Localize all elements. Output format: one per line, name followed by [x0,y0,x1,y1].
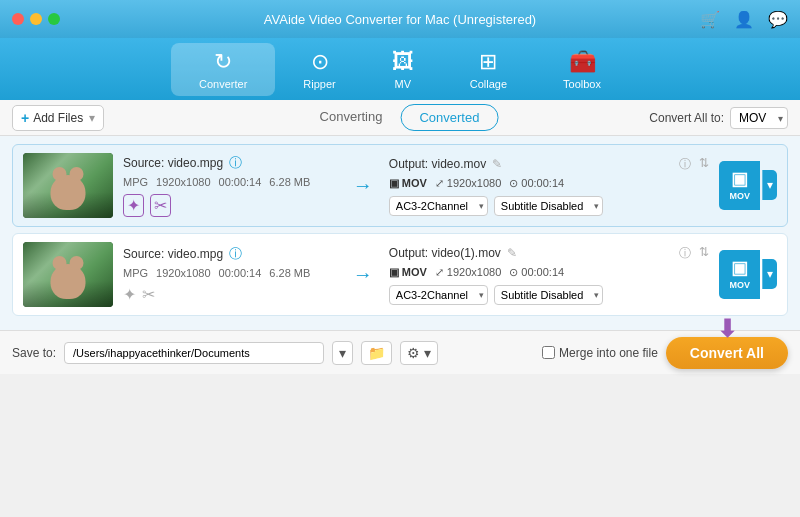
converter-icon: ↻ [214,49,232,75]
nav-mv[interactable]: 🖼 MV [364,43,442,96]
info-icon-out-2[interactable]: ⓘ [679,245,691,262]
format-icon-2: ▣ [731,258,748,280]
add-files-button[interactable]: + Add Files ▾ [12,105,104,131]
convert-all-button[interactable]: ⬇ Convert All [666,337,788,369]
output-controls-2: AC3-2Channel Subtitle Disabled [389,285,710,305]
output-details-2: ▣ MOV ⤢ 1920x1080 ⊙ 00:00:14 [389,266,710,279]
titlebar: AVAide Video Converter for Mac (Unregist… [0,0,800,38]
format-icon-1: ▣ [731,169,748,191]
ripper-icon: ⊙ [311,49,329,75]
out-resolution-2: ⤢ 1920x1080 [435,266,501,279]
format-chevron-btn-1[interactable]: ▾ [762,170,777,200]
app-title: AVAide Video Converter for Mac (Unregist… [264,12,536,27]
output-icons-1: ⓘ ⇅ [679,156,709,173]
video-meta-1: MPG 1920x1080 00:00:14 6.28 MB [123,176,337,188]
out-duration-2: ⊙ 00:00:14 [509,266,564,279]
titlebar-icons: 🛒 👤 💬 [700,10,788,29]
subtitle-select-2[interactable]: Subtitle Disabled [494,285,603,305]
tab-converted[interactable]: Converted [400,104,498,131]
video-actions-2: ✦ ✂ [123,285,337,304]
info-icon-2[interactable]: ⓘ [229,245,242,263]
main-content: Source: video.mpg ⓘ MPG 1920x1080 00:00:… [0,136,800,330]
edit-icon-2[interactable]: ✎ [507,246,517,260]
chevron-down-save-btn[interactable]: ▾ [332,341,353,365]
video-info-2: Source: video.mpg ⓘ MPG 1920x1080 00:00:… [123,245,337,304]
settings-icon-2[interactable]: ⇅ [699,245,709,262]
convert-all-to: Convert All to: MOV MP4 AVI [649,107,788,129]
settings-icon-btn[interactable]: ⚙ ▾ [400,341,438,365]
toolbar-tabs: Converting Converted [302,104,499,131]
output-row-1: Output: video.mov ✎ ⓘ ⇅ [389,156,710,173]
output-section-1: Output: video.mov ✎ ⓘ ⇅ ▣ MOV ⤢ 1920x108… [389,156,710,216]
tab-converting[interactable]: Converting [302,104,401,131]
format-chevron-btn-2[interactable]: ▾ [762,259,777,289]
audio-channel-select-1[interactable]: AC3-2Channel [389,196,488,216]
out-resolution-1: ⤢ 1920x1080 [435,177,501,190]
bottom-bar: Save to: ▾ 📁 ⚙ ▾ Merge into one file ⬇ C… [0,330,800,374]
nav-collage[interactable]: ⊞ Collage [442,43,535,96]
toolbox-icon: 🧰 [569,49,596,75]
nav-converter[interactable]: ↻ Converter [171,43,275,96]
info-icon-out-1[interactable]: ⓘ [679,156,691,173]
cart-icon[interactable]: 🛒 [700,10,720,29]
arrow-2: → [347,263,379,286]
format-btn-wrapper-1: ▣ MOV ▾ [719,161,777,210]
info-icon-1[interactable]: ⓘ [229,154,242,172]
collage-icon: ⊞ [479,49,497,75]
arrow-1: → [347,174,379,197]
out-format-1: ▣ MOV [389,177,427,190]
toolbar: + Add Files ▾ Converting Converted Conve… [0,100,800,136]
out-duration-1: ⊙ 00:00:14 [509,177,564,190]
source-row-1: Source: video.mpg ⓘ [123,154,337,172]
minimize-button[interactable] [30,13,42,25]
out-format-2: ▣ MOV [389,266,427,279]
format-btn-wrapper-2: ▣ MOV ▾ [719,250,777,299]
bear-shape-2 [51,264,86,299]
video-item-2: Source: video.mpg ⓘ MPG 1920x1080 00:00:… [12,233,788,316]
output-icons-2: ⓘ ⇅ [679,245,709,262]
plus-icon: + [21,110,29,126]
mv-icon: 🖼 [392,49,414,75]
video-meta-2: MPG 1920x1080 00:00:14 6.28 MB [123,267,337,279]
video-actions-1: ✦ ✂ [123,194,337,217]
merge-checkbox[interactable]: Merge into one file [542,346,658,360]
output-section-2: Output: video(1).mov ✎ ⓘ ⇅ ▣ MOV ⤢ 1920x… [389,245,710,305]
chevron-down-icon: ▾ [89,111,95,125]
video-info-1: Source: video.mpg ⓘ MPG 1920x1080 00:00:… [123,154,337,217]
format-select[interactable]: MOV MP4 AVI [730,107,788,129]
chat-icon[interactable]: 💬 [768,10,788,29]
cut-icon-1[interactable]: ✦ [123,194,144,217]
save-to-label: Save to: [12,346,56,360]
bear-shape [51,175,86,210]
output-controls-1: AC3-2Channel Subtitle Disabled [389,196,710,216]
thumb-image-1 [23,153,113,218]
navbar: ↻ Converter ⊙ Ripper 🖼 MV ⊞ Collage 🧰 To… [0,38,800,100]
folder-icon-btn[interactable]: 📁 [361,341,392,365]
edit-icon-1[interactable]: ✎ [492,157,502,171]
settings-icon-1[interactable]: ⇅ [699,156,709,173]
fullscreen-button[interactable] [48,13,60,25]
scissors-icon-2[interactable]: ✂ [142,285,155,304]
video-item-1: Source: video.mpg ⓘ MPG 1920x1080 00:00:… [12,144,788,227]
format-select-wrapper[interactable]: MOV MP4 AVI [730,107,788,129]
save-path-input[interactable] [64,342,324,364]
video-thumbnail-2 [23,242,113,307]
format-big-button-2[interactable]: ▣ MOV [719,250,760,299]
nav-ripper[interactable]: ⊙ Ripper [275,43,363,96]
merge-checkbox-input[interactable] [542,346,555,359]
format-big-button-1[interactable]: ▣ MOV [719,161,760,210]
convert-arrow-icon: ⬇ [717,315,737,343]
thumb-image-2 [23,242,113,307]
cut-icon-2[interactable]: ✦ [123,285,136,304]
close-button[interactable] [12,13,24,25]
source-row-2: Source: video.mpg ⓘ [123,245,337,263]
scissors-icon-1[interactable]: ✂ [150,194,171,217]
user-icon[interactable]: 👤 [734,10,754,29]
nav-toolbox[interactable]: 🧰 Toolbox [535,43,629,96]
audio-channel-select-2[interactable]: AC3-2Channel [389,285,488,305]
output-row-2: Output: video(1).mov ✎ ⓘ ⇅ [389,245,710,262]
subtitle-select-1[interactable]: Subtitle Disabled [494,196,603,216]
output-details-1: ▣ MOV ⤢ 1920x1080 ⊙ 00:00:14 [389,177,710,190]
video-thumbnail-1 [23,153,113,218]
traffic-lights [12,13,60,25]
